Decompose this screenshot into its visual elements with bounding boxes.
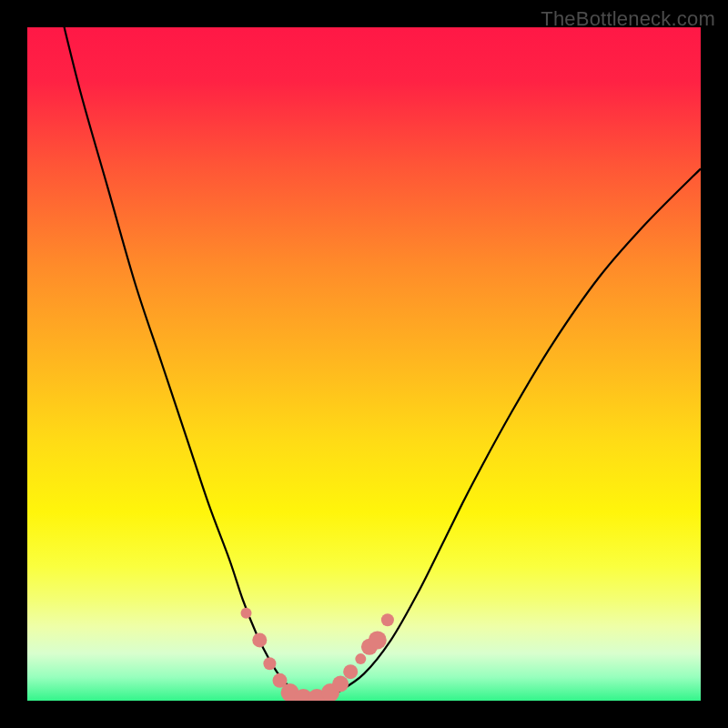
svg-rect-0 (27, 27, 701, 701)
plot-frame (27, 27, 701, 701)
gradient-background (27, 27, 701, 701)
